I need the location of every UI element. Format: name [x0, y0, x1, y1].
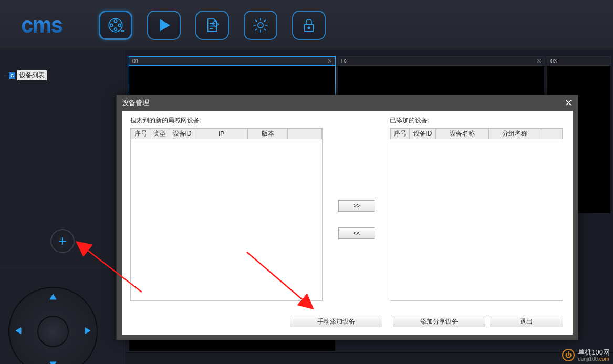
svg-point-3	[118, 24, 121, 26]
cell-header: 03	[547, 56, 611, 66]
svg-point-1	[115, 19, 117, 22]
col-version[interactable]: 版本	[248, 129, 288, 139]
svg-point-4	[115, 28, 117, 30]
gear-icon	[252, 16, 269, 34]
nav-play-button[interactable]	[147, 11, 181, 40]
watermark: ⏻ 单机100网 danji100.com	[562, 349, 610, 362]
dpad-center-button[interactable]	[37, 316, 69, 347]
ptz-dpad	[8, 287, 98, 364]
cell-close-icon[interactable]: ×	[537, 57, 541, 65]
svg-point-7	[308, 27, 309, 28]
app-logo: cms	[21, 13, 62, 38]
watermark-line1: 单机100网	[578, 349, 610, 356]
move-left-button[interactable]: <<	[338, 227, 375, 239]
dpad-up-button[interactable]	[48, 292, 58, 304]
exit-button[interactable]: 退出	[490, 316, 563, 327]
device-tree-root[interactable]: ┈ G 设备列表	[3, 70, 47, 80]
cell-id-label: 02	[341, 58, 348, 64]
status-bar	[126, 352, 613, 364]
found-devices-table[interactable]: 序号 类型 设备ID IP 版本	[130, 128, 323, 301]
group-icon: G	[9, 72, 15, 79]
added-devices-table[interactable]: 序号 设备ID 设备名称 分组名称	[390, 128, 563, 301]
dpad-left-button[interactable]	[14, 326, 24, 338]
cell-id-label: 01	[132, 58, 139, 64]
lock-icon	[300, 16, 318, 34]
dialog-title: 设备管理	[122, 98, 149, 108]
svg-point-0	[109, 18, 122, 32]
found-devices-label: 搜索到的新的局域网设备:	[130, 116, 201, 125]
dpad-right-button[interactable]	[82, 326, 92, 338]
col-deviceid[interactable]: 设备ID	[410, 129, 436, 139]
dpad-down-button[interactable]	[48, 359, 58, 364]
add-share-button[interactable]: 添加分享设备	[393, 316, 485, 327]
col-extra[interactable]	[288, 129, 322, 139]
sidebar: ┈ G 设备列表 +	[0, 50, 126, 364]
col-seq[interactable]: 序号	[391, 129, 410, 139]
nav-reel-button[interactable]	[99, 11, 132, 40]
move-right-button[interactable]: >>	[338, 200, 375, 212]
watermark-logo-icon: ⏻	[562, 349, 575, 361]
svg-point-2	[110, 24, 113, 26]
col-extra[interactable]	[541, 129, 563, 139]
cell-close-icon[interactable]: ×	[328, 57, 332, 65]
col-type[interactable]: 类型	[150, 129, 169, 139]
plus-icon: +	[58, 234, 67, 248]
col-devicename[interactable]: 设备名称	[436, 129, 489, 139]
dialog-titlebar: 设备管理 ✕	[117, 95, 578, 111]
nav-settings-button[interactable]	[244, 11, 277, 40]
added-devices-label: 已添加的设备:	[390, 116, 429, 125]
dialog-body: 搜索到的新的局域网设备: 已添加的设备: 序号 类型 设备ID IP 版本 序号…	[122, 111, 573, 335]
dialog-close-icon[interactable]: ✕	[565, 97, 573, 109]
manual-add-button[interactable]: 手动添加设备	[290, 316, 382, 327]
sidebar-separator	[0, 267, 126, 267]
cell-header: 02 ×	[338, 56, 545, 66]
col-ip[interactable]: IP	[195, 129, 248, 139]
nav-edit-button[interactable]	[195, 11, 229, 40]
add-device-button[interactable]: +	[50, 229, 75, 253]
col-groupname[interactable]: 分组名称	[489, 129, 541, 139]
nav-lock-button[interactable]	[292, 11, 326, 40]
cell-header: 01 ×	[129, 56, 336, 66]
tree-connector-icon: ┈	[3, 72, 7, 79]
device-manage-dialog: 设备管理 ✕ 搜索到的新的局域网设备: 已添加的设备: 序号 类型 设备ID I…	[116, 95, 578, 340]
top-bar: cms	[0, 0, 613, 50]
play-icon	[155, 16, 173, 34]
col-deviceid[interactable]: 设备ID	[169, 129, 195, 139]
top-nav	[99, 11, 326, 40]
film-reel-icon	[107, 16, 124, 34]
cell-id-label: 03	[550, 58, 557, 64]
document-edit-icon	[203, 16, 221, 34]
svg-point-5	[258, 22, 263, 27]
col-seq[interactable]: 序号	[131, 129, 150, 139]
watermark-line2: danji100.com	[578, 356, 610, 362]
device-root-label: 设备列表	[17, 70, 47, 80]
